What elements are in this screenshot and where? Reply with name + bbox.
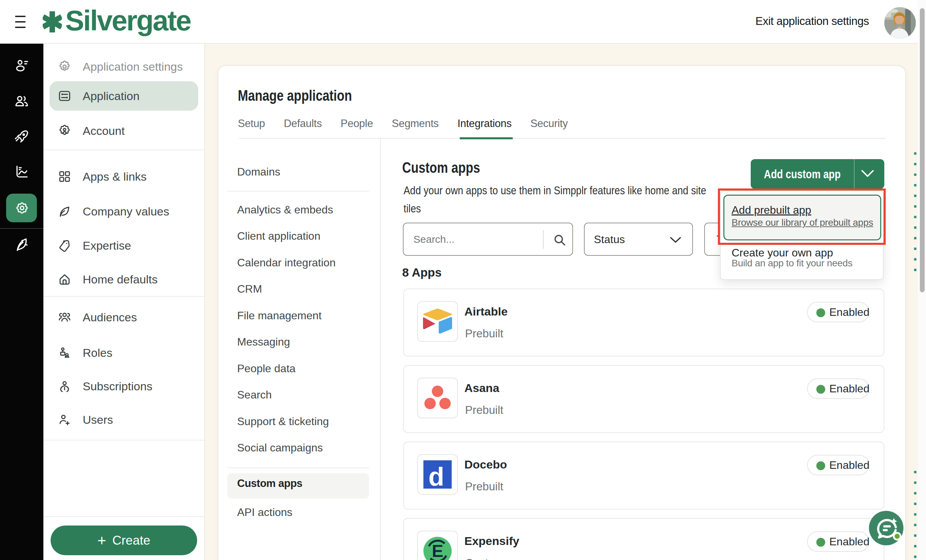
svg-text:d: d: [428, 462, 444, 491]
svg-text:E: E: [432, 541, 443, 560]
